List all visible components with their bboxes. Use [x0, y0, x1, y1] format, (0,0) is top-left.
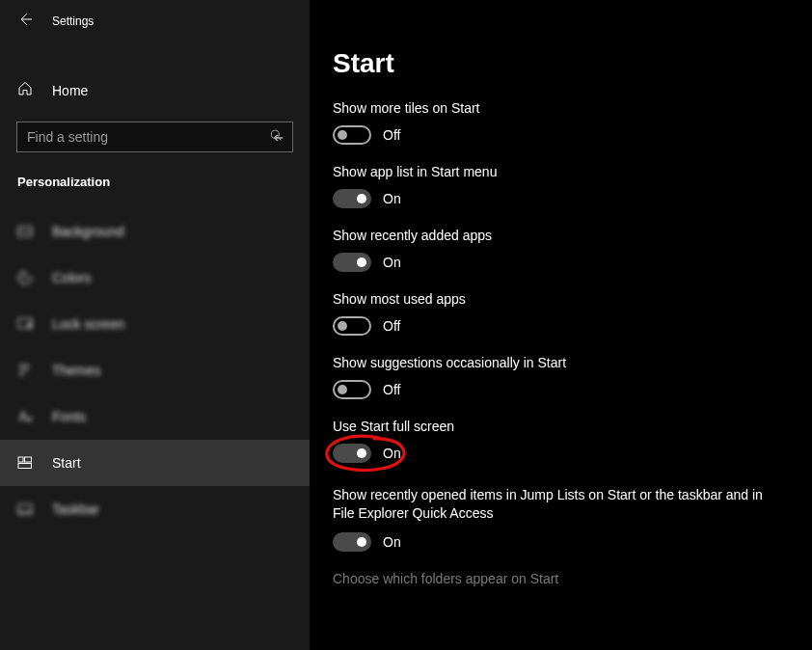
nav-label: Fonts — [52, 409, 86, 424]
nav-label: Taskbar — [52, 501, 99, 517]
themes-icon — [17, 363, 33, 378]
toggle-state: On — [383, 534, 401, 550]
toggle-more-tiles[interactable] — [333, 125, 371, 145]
setting-more-tiles: Show more tiles on Start Off — [333, 100, 789, 145]
setting-label: Show more tiles on Start — [333, 100, 789, 116]
lock-screen-icon — [17, 316, 33, 332]
sidebar-item-fonts[interactable]: Fonts — [0, 393, 310, 440]
setting-full-screen: Use Start full screen On — [333, 419, 789, 467]
background-icon — [17, 224, 33, 239]
nav-label: Background — [52, 224, 124, 239]
sidebar-item-start[interactable]: Start — [0, 440, 310, 486]
setting-label: Show recently opened items in Jump Lists… — [333, 486, 767, 523]
folders-link[interactable]: Choose which folders appear on Start — [333, 571, 789, 586]
svg-rect-12 — [18, 504, 32, 514]
setting-most-used: Show most used apps Off — [333, 291, 789, 336]
toggle-app-list[interactable] — [333, 189, 371, 208]
toggle-suggestions[interactable] — [333, 380, 371, 399]
sidebar-item-themes[interactable]: Themes — [0, 347, 310, 393]
setting-label: Show app list in Start menu — [333, 164, 789, 179]
toggle-state: On — [383, 191, 401, 206]
setting-label: Show recently added apps — [333, 228, 789, 243]
home-label: Home — [52, 83, 88, 98]
colors-icon — [17, 270, 33, 285]
setting-recently-added: Show recently added apps On — [333, 228, 789, 272]
nav-label: Colors — [52, 270, 91, 285]
main-content: Start Show more tiles on Start Off Show … — [310, 0, 812, 650]
toggle-state: Off — [383, 318, 400, 334]
setting-label: Use Start full screen — [333, 419, 789, 434]
svg-rect-9 — [18, 457, 23, 462]
start-icon — [17, 455, 33, 471]
svg-rect-10 — [25, 457, 32, 462]
sidebar-header: Settings — [0, 0, 310, 42]
toggle-full-screen[interactable] — [333, 444, 371, 463]
search-box[interactable]: ➔︎ — [16, 122, 293, 152]
setting-label: Show most used apps — [333, 291, 789, 307]
toggle-most-used[interactable] — [333, 316, 371, 336]
nav-list: Background Colors Lock screen Themes Fon… — [0, 208, 310, 532]
nav-label: Themes — [52, 363, 101, 378]
nav-label: Lock screen — [52, 316, 124, 332]
svg-point-6 — [23, 281, 25, 283]
category-label: Personalization — [0, 152, 310, 201]
setting-suggestions: Show suggestions occasionally in Start O… — [333, 355, 789, 399]
search-icon: ➔︎ — [273, 130, 284, 145]
svg-point-4 — [21, 274, 23, 276]
setting-label: Show suggestions occasionally in Start — [333, 355, 789, 370]
nav-label: Start — [52, 455, 81, 471]
sidebar-item-colors[interactable]: Colors — [0, 255, 310, 301]
home-nav[interactable]: Home — [0, 71, 310, 110]
toggle-state: On — [383, 446, 401, 461]
svg-point-5 — [20, 278, 22, 280]
page-title: Start — [333, 48, 789, 79]
toggle-recently-added[interactable] — [333, 253, 371, 272]
setting-jump-lists: Show recently opened items in Jump Lists… — [333, 486, 789, 552]
toggle-state: Off — [383, 127, 400, 143]
svg-rect-8 — [28, 324, 31, 328]
fonts-icon — [17, 409, 33, 424]
setting-app-list: Show app list in Start menu On — [333, 164, 789, 208]
home-icon — [17, 81, 33, 100]
toggle-state: Off — [383, 382, 400, 397]
settings-title: Settings — [52, 14, 94, 28]
back-arrow-icon[interactable] — [17, 12, 33, 31]
sidebar-item-background[interactable]: Background — [0, 208, 310, 255]
search-input[interactable] — [27, 129, 273, 145]
sidebar-item-taskbar[interactable]: Taskbar — [0, 486, 310, 532]
sidebar-item-lock-screen[interactable]: Lock screen — [0, 301, 310, 347]
toggle-jump-lists[interactable] — [333, 532, 371, 552]
toggle-state: On — [383, 255, 401, 270]
svg-rect-11 — [18, 464, 32, 469]
taskbar-icon — [17, 501, 33, 517]
sidebar: Settings Home ➔︎ Personalization Backgro… — [0, 0, 310, 650]
